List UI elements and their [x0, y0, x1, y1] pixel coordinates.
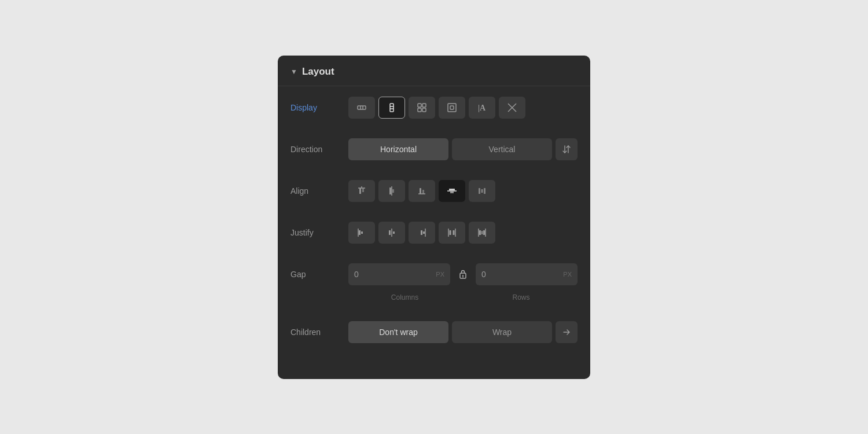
svg-rect-11 [450, 106, 454, 109]
align-bottom-button[interactable] [409, 180, 435, 202]
svg-rect-19 [389, 187, 391, 194]
align-controls [348, 180, 578, 202]
justify-start-button[interactable] [348, 222, 375, 244]
direction-section: Direction Horizontal Vertical [278, 138, 590, 180]
direction-horizontal-button[interactable]: Horizontal [348, 138, 448, 160]
display-flex-row-button[interactable] [348, 97, 375, 119]
gap-columns-label: Columns [348, 293, 461, 301]
justify-end-button[interactable] [409, 222, 435, 244]
gap-columns-input[interactable]: 0 PX [348, 263, 450, 285]
gap-columns-unit: PX [436, 271, 444, 278]
svg-rect-32 [359, 230, 361, 235]
justify-label: Justify [290, 228, 348, 237]
direction-toggle-group: Horizontal Vertical [348, 138, 578, 160]
display-none-button[interactable] [499, 97, 525, 119]
svg-rect-43 [453, 230, 455, 235]
children-no-wrap-button[interactable]: Don't wrap [348, 321, 448, 343]
align-space-button[interactable] [469, 180, 495, 202]
layout-panel: ▼ Layout Display [278, 56, 590, 379]
direction-label: Direction [290, 145, 348, 154]
display-text-button[interactable]: |A [469, 97, 495, 119]
align-row: Align [290, 180, 578, 202]
display-label: Display [290, 103, 348, 112]
display-flex-col-button[interactable] [378, 97, 405, 119]
section-divider [278, 86, 590, 86]
align-center-h-button[interactable] [378, 180, 405, 202]
gap-columns-value: 0 [354, 270, 359, 279]
svg-rect-10 [448, 104, 456, 112]
display-row: Display [290, 97, 578, 119]
children-row: Children Don't wrap Wrap [290, 321, 578, 343]
display-grid-button[interactable] [409, 97, 435, 119]
display-controls: |A [348, 97, 578, 119]
svg-rect-0 [358, 106, 366, 109]
svg-rect-22 [420, 188, 421, 194]
justify-section: Justify [278, 222, 590, 263]
align-center-v-button[interactable] [439, 180, 465, 202]
svg-rect-8 [418, 108, 421, 112]
justify-controls [348, 222, 578, 244]
svg-rect-7 [422, 104, 426, 107]
svg-rect-30 [484, 188, 486, 194]
gap-lock-button[interactable] [454, 265, 472, 284]
svg-rect-46 [479, 230, 481, 235]
gap-labels: Columns Rows [290, 293, 578, 301]
svg-rect-39 [423, 231, 425, 234]
svg-rect-23 [422, 190, 424, 194]
align-label: Align [290, 186, 348, 196]
gap-row: Gap 0 PX 0 PX [290, 263, 578, 285]
display-section: Display [278, 97, 590, 138]
direction-swap-button[interactable] [556, 138, 578, 160]
gap-label: Gap [290, 270, 348, 279]
gap-rows-value: 0 [481, 270, 486, 279]
justify-center-button[interactable] [378, 222, 405, 244]
svg-rect-48 [483, 230, 485, 235]
display-absolute-button[interactable] [439, 97, 465, 119]
direction-row: Direction Horizontal Vertical [290, 138, 578, 160]
svg-rect-6 [418, 104, 421, 107]
panel-title: Layout [302, 66, 334, 78]
svg-rect-20 [392, 189, 394, 193]
gap-group: 0 PX 0 PX [348, 263, 578, 285]
align-top-button[interactable] [348, 180, 375, 202]
svg-rect-35 [389, 230, 391, 235]
children-toggle-group: Don't wrap Wrap [348, 321, 578, 343]
justify-row: Justify [290, 222, 578, 244]
svg-rect-38 [421, 230, 422, 235]
svg-rect-25 [449, 189, 455, 190]
gap-rows-input[interactable]: 0 PX [476, 263, 578, 285]
direction-vertical-button[interactable]: Vertical [452, 138, 552, 160]
gap-rows-label: Rows [465, 293, 578, 301]
gap-rows-unit: PX [563, 271, 572, 278]
gap-section: Gap 0 PX 0 PX [278, 263, 590, 321]
children-label: Children [290, 328, 348, 337]
svg-rect-9 [422, 108, 426, 112]
svg-rect-36 [393, 231, 395, 234]
svg-rect-33 [361, 231, 363, 234]
children-action-button[interactable] [556, 321, 578, 343]
panel-header: ▼ Layout [278, 56, 590, 86]
justify-space-between-button[interactable] [439, 222, 465, 244]
svg-rect-26 [450, 192, 454, 193]
svg-rect-16 [359, 188, 361, 194]
svg-rect-29 [481, 189, 483, 193]
chevron-icon: ▼ [290, 68, 297, 76]
svg-rect-28 [479, 188, 480, 194]
svg-rect-47 [481, 231, 483, 234]
svg-rect-3 [390, 104, 393, 112]
svg-rect-17 [362, 188, 364, 192]
align-section: Align [278, 180, 590, 222]
justify-space-around-button[interactable] [469, 222, 495, 244]
svg-rect-42 [450, 230, 451, 235]
children-wrap-button[interactable]: Wrap [452, 321, 552, 343]
children-section: Children Don't wrap Wrap [278, 321, 590, 363]
svg-text:|A: |A [478, 104, 486, 112]
